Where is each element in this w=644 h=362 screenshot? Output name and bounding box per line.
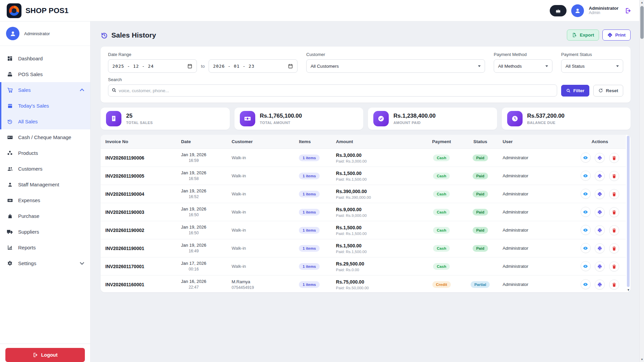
view-button[interactable] bbox=[581, 189, 591, 199]
date-value: Jan 19, 2026 bbox=[181, 243, 206, 248]
date-to-input[interactable]: 2026 - 01 - 23 bbox=[209, 59, 298, 73]
delete-button[interactable] bbox=[609, 280, 619, 290]
sidebar-item-dashboard[interactable]: Dashboard bbox=[0, 51, 90, 66]
view-button[interactable] bbox=[581, 153, 591, 163]
eye-icon bbox=[583, 209, 588, 215]
payment-method-select[interactable]: All Methods bbox=[494, 59, 552, 73]
delete-button[interactable] bbox=[609, 207, 619, 217]
view-button[interactable] bbox=[581, 261, 591, 271]
time-value: 16:49 bbox=[181, 249, 206, 253]
customer-label: Customer bbox=[306, 52, 485, 57]
page-scrollbar-thumb[interactable] bbox=[640, 6, 644, 39]
print-row-button[interactable] bbox=[595, 280, 605, 290]
sidebar-item-todays-sales[interactable]: Today's Sales bbox=[1, 98, 90, 114]
sidebar-item-customers[interactable]: Customers bbox=[0, 161, 90, 177]
view-button[interactable] bbox=[581, 225, 591, 235]
stat-value: Rs.537,200.00 bbox=[527, 113, 565, 119]
view-button[interactable] bbox=[581, 171, 591, 181]
reset-button[interactable]: Reset bbox=[593, 85, 623, 97]
sales-history-page: SHOP POS1 Administrator Admin bbox=[0, 0, 644, 362]
sidebar-item-reports[interactable]: Reports bbox=[0, 240, 90, 255]
sidebar-item-staff[interactable]: Staff Management bbox=[0, 177, 90, 192]
payment-status-select[interactable]: All Status bbox=[561, 59, 623, 73]
date-cell: Jan 17, 2026 00:16 bbox=[181, 261, 206, 272]
export-button[interactable]: Export bbox=[567, 29, 599, 41]
printer-icon bbox=[597, 156, 602, 160]
sidebar-item-suppliers[interactable]: Suppliers bbox=[0, 224, 90, 240]
table-scrollbar[interactable] bbox=[627, 136, 630, 287]
printer-icon bbox=[597, 192, 602, 196]
customer-select[interactable]: All Customers bbox=[306, 59, 485, 73]
delete-button[interactable] bbox=[609, 189, 619, 199]
eye-icon bbox=[583, 246, 588, 251]
print-row-button[interactable] bbox=[595, 261, 605, 272]
scroll-up-arrow-icon[interactable]: ▲ bbox=[640, 1, 644, 4]
print-row-button[interactable] bbox=[595, 225, 605, 235]
sidebar-item-cash-cheque[interactable]: Cash / Cheque Manage bbox=[0, 129, 90, 145]
payment-badge: Cash bbox=[433, 227, 450, 234]
search-input[interactable] bbox=[108, 84, 557, 97]
print-row-button[interactable] bbox=[595, 243, 605, 253]
table-row[interactable]: INV202601160001 Jan 16, 2026 22:47 M.Ram… bbox=[101, 276, 626, 293]
sidebar-item-all-sales[interactable]: All Sales bbox=[1, 114, 90, 129]
sales-table-body: INV202601190006 Jan 19, 2026 16:59 Walk-… bbox=[101, 149, 626, 293]
delete-button[interactable] bbox=[609, 153, 619, 163]
table-row[interactable]: INV202601170001 Jan 17, 2026 00:16 Walk-… bbox=[101, 257, 626, 276]
calendar-icon bbox=[187, 63, 193, 69]
sidebar-item-label: Expenses bbox=[18, 197, 40, 203]
table-scrollbar-thumb[interactable] bbox=[627, 136, 630, 287]
date-cell: Jan 19, 2026 16:49 bbox=[181, 243, 206, 253]
delete-button[interactable] bbox=[609, 243, 619, 253]
table-row[interactable]: INV202601190001 Jan 19, 2026 16:49 Walk-… bbox=[101, 239, 626, 257]
sidebar-item-label: Reports bbox=[18, 245, 36, 250]
sidebar-avatar bbox=[6, 27, 19, 40]
col-payment: Payment bbox=[421, 135, 463, 149]
refresh-icon bbox=[598, 88, 603, 93]
signout-button[interactable] bbox=[625, 7, 631, 14]
payment-badge: Cash bbox=[433, 245, 450, 252]
invoice-no: INV202601190006 bbox=[105, 155, 144, 161]
view-button[interactable] bbox=[581, 243, 591, 253]
scroll-down-arrow-icon[interactable]: ▼ bbox=[640, 358, 644, 361]
print-row-button[interactable] bbox=[595, 189, 605, 199]
brand: SHOP POS1 bbox=[7, 3, 69, 18]
scroll-down-arrow-icon[interactable]: ▼ bbox=[627, 288, 630, 292]
sidebar-item-products[interactable]: Products bbox=[0, 145, 90, 161]
status-badge: Paid bbox=[473, 209, 488, 216]
user-icon bbox=[7, 182, 13, 187]
print-button[interactable]: Print bbox=[602, 29, 631, 41]
table-row[interactable]: INV202601190006 Jan 19, 2026 16:59 Walk-… bbox=[101, 149, 626, 167]
table-row[interactable]: INV202601190003 Jan 19, 2026 16:50 Walk-… bbox=[101, 203, 626, 221]
page-scrollbar[interactable]: ▲ ▼ bbox=[639, 0, 644, 362]
print-row-button[interactable] bbox=[595, 153, 605, 163]
view-button[interactable] bbox=[581, 207, 591, 217]
table-row[interactable]: INV202601190002 Jan 19, 2026 16:50 Walk-… bbox=[101, 221, 626, 239]
time-value: 16:59 bbox=[181, 158, 206, 163]
sidebar-item-purchase[interactable]: Purchase bbox=[0, 208, 90, 224]
sidebar-item-settings[interactable]: Settings bbox=[0, 255, 90, 271]
stat-value: Rs.1,765,100.00 bbox=[260, 113, 302, 119]
logout-button[interactable]: Logout bbox=[5, 348, 85, 362]
sidebar-item-sales[interactable]: Sales bbox=[1, 82, 90, 98]
col-date: Date bbox=[176, 135, 227, 149]
page-title: Sales History bbox=[111, 31, 156, 39]
status-badge: Partial bbox=[471, 281, 490, 288]
sidebar-item-expenses[interactable]: Expenses bbox=[0, 192, 90, 208]
status-badge: Paid bbox=[473, 155, 488, 161]
table-row[interactable]: INV202601190005 Jan 19, 2026 16:58 Walk-… bbox=[101, 167, 626, 185]
user-avatar[interactable] bbox=[571, 4, 584, 17]
delete-button[interactable] bbox=[609, 171, 619, 181]
sidebar-item-pos-sales[interactable]: POS Sales bbox=[0, 66, 90, 82]
items-badge: 1 items bbox=[299, 209, 320, 216]
date-from-input[interactable]: 2025 - 12 - 24 bbox=[108, 59, 197, 73]
amount-value: Rs.1,500.00 bbox=[336, 243, 416, 248]
stat-card-balance-due: Rs.537,200.00 BALANCE DUE bbox=[502, 108, 631, 130]
crown-button[interactable] bbox=[550, 5, 567, 16]
delete-button[interactable] bbox=[609, 261, 619, 272]
print-row-button[interactable] bbox=[595, 207, 605, 217]
filter-button[interactable]: Filter bbox=[561, 85, 589, 97]
table-row[interactable]: INV202601190004 Jan 19, 2026 16:52 Walk-… bbox=[101, 185, 626, 203]
view-button[interactable] bbox=[581, 279, 591, 289]
print-row-button[interactable] bbox=[595, 171, 605, 181]
delete-button[interactable] bbox=[609, 225, 619, 235]
